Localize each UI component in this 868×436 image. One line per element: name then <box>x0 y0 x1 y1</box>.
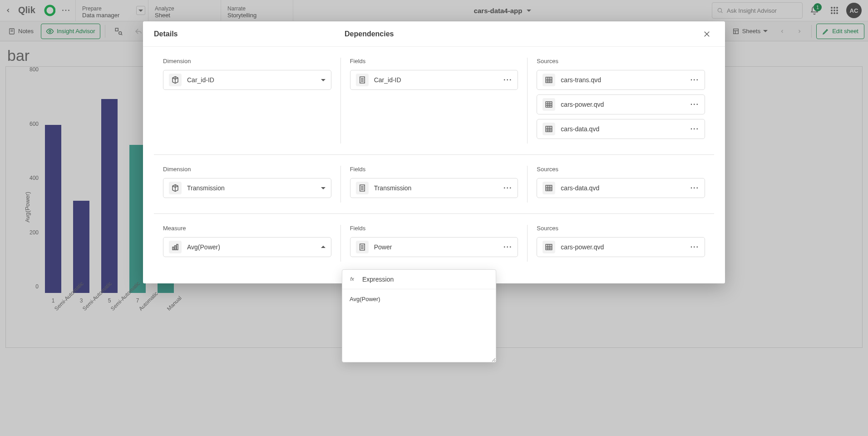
chevron-up-icon <box>321 243 326 251</box>
field-card[interactable]: Transmission··· <box>350 178 518 198</box>
column-label: Sources <box>537 225 705 232</box>
card-label: cars-data.qvd <box>561 125 599 133</box>
svg-rect-60 <box>546 244 552 250</box>
field-icon <box>356 182 369 194</box>
column-label: Fields <box>350 166 518 173</box>
expand-toggle[interactable] <box>321 76 326 84</box>
more-button[interactable]: ··· <box>690 100 699 109</box>
more-button[interactable]: ··· <box>503 243 512 251</box>
modal-header: Details Dependencies <box>143 21 725 47</box>
modal-subtitle: Dependencies <box>345 30 394 38</box>
field-icon <box>356 74 369 86</box>
more-button[interactable]: ··· <box>690 243 699 251</box>
source-card[interactable]: cars-data.qvd··· <box>537 119 705 139</box>
more-button[interactable]: ··· <box>690 184 699 192</box>
dimension-card[interactable]: Car_id-ID <box>163 70 331 90</box>
dimension-card[interactable]: Transmission <box>163 178 331 198</box>
more-button[interactable]: ··· <box>503 76 512 84</box>
more-button[interactable]: ··· <box>503 184 512 192</box>
svg-rect-34 <box>546 102 552 107</box>
card-label: cars-data.qvd <box>561 184 599 192</box>
svg-rect-48 <box>546 185 552 191</box>
close-button[interactable] <box>700 27 714 41</box>
expression-label: Expression <box>362 276 394 283</box>
svg-rect-29 <box>546 77 552 83</box>
column-label: Dimension <box>163 166 331 173</box>
card-label: cars-power.qvd <box>561 243 604 251</box>
details-modal: Details Dependencies DimensionCar_id-IDF… <box>143 21 725 283</box>
dimension-column: DimensionCar_id-ID <box>154 58 340 144</box>
modal-body: DimensionCar_id-IDFieldsCar_id-ID···Sour… <box>143 47 725 283</box>
sources-column: Sourcescars-data.qvd··· <box>527 166 714 203</box>
source-card[interactable]: cars-power.qvd··· <box>537 94 705 114</box>
svg-text:fx: fx <box>350 276 355 282</box>
field-icon <box>356 241 369 253</box>
fields-column: FieldsCar_id-ID··· <box>340 58 528 144</box>
sources-column: Sourcescars-power.qvd··· <box>527 225 714 262</box>
fields-column: FieldsTransmission··· <box>340 166 528 203</box>
source-card[interactable]: cars-power.qvd··· <box>537 237 705 257</box>
table-icon <box>542 74 555 86</box>
fields-column: FieldsPower··· <box>340 225 528 262</box>
dependency-row: DimensionCar_id-IDFieldsCar_id-ID···Sour… <box>154 58 714 154</box>
more-button[interactable]: ··· <box>690 125 699 133</box>
column-label: Sources <box>537 58 705 64</box>
cube-icon <box>169 74 182 86</box>
modal-overlay: Details Dependencies DimensionCar_id-IDF… <box>0 0 868 436</box>
table-icon <box>542 98 555 111</box>
card-label: Car_id-ID <box>374 76 401 84</box>
close-icon <box>703 30 711 38</box>
modal-title: Details <box>154 30 345 38</box>
field-card[interactable]: Car_id-ID··· <box>350 70 518 90</box>
table-icon <box>542 123 555 135</box>
chevron-down-icon <box>321 76 326 84</box>
cube-icon <box>169 182 182 194</box>
dependency-row: DimensionTransmissionFieldsTransmission·… <box>154 154 714 213</box>
more-button[interactable]: ··· <box>690 76 699 84</box>
column-label: Dimension <box>163 58 331 64</box>
svg-rect-53 <box>173 247 174 250</box>
column-label: Sources <box>537 166 705 173</box>
svg-rect-54 <box>175 246 176 250</box>
measure-card[interactable]: Avg(Power) <box>163 237 331 257</box>
source-card[interactable]: cars-data.qvd··· <box>537 178 705 198</box>
chevron-down-icon <box>321 184 326 192</box>
fx-icon: fx <box>350 275 358 283</box>
measure-icon <box>169 241 182 253</box>
expression-text[interactable]: Avg(Power) <box>342 289 496 362</box>
card-label: Avg(Power) <box>187 243 220 251</box>
column-label: Fields <box>350 58 518 64</box>
sources-column: Sourcescars-trans.qvd···cars-power.qvd··… <box>527 58 714 144</box>
table-icon <box>542 241 555 253</box>
card-label: Car_id-ID <box>187 76 214 84</box>
card-label: cars-trans.qvd <box>561 76 601 84</box>
card-label: Transmission <box>187 184 225 192</box>
dependency-row: MeasureAvg(Power)FieldsPower···Sourcesca… <box>154 213 714 272</box>
source-card[interactable]: cars-trans.qvd··· <box>537 70 705 90</box>
expression-popover: fx Expression Avg(Power) <box>342 269 496 362</box>
card-label: cars-power.qvd <box>561 101 604 108</box>
expand-toggle[interactable] <box>321 184 326 192</box>
dimension-column: MeasureAvg(Power) <box>154 225 340 262</box>
column-label: Fields <box>350 225 518 232</box>
card-label: Transmission <box>374 184 412 192</box>
column-label: Measure <box>163 225 331 232</box>
svg-rect-55 <box>177 244 178 250</box>
field-card[interactable]: Power··· <box>350 237 518 257</box>
svg-rect-39 <box>546 126 552 132</box>
dimension-column: DimensionTransmission <box>154 166 340 203</box>
card-label: Power <box>374 243 392 251</box>
expand-toggle[interactable] <box>321 243 326 251</box>
table-icon <box>542 182 555 194</box>
